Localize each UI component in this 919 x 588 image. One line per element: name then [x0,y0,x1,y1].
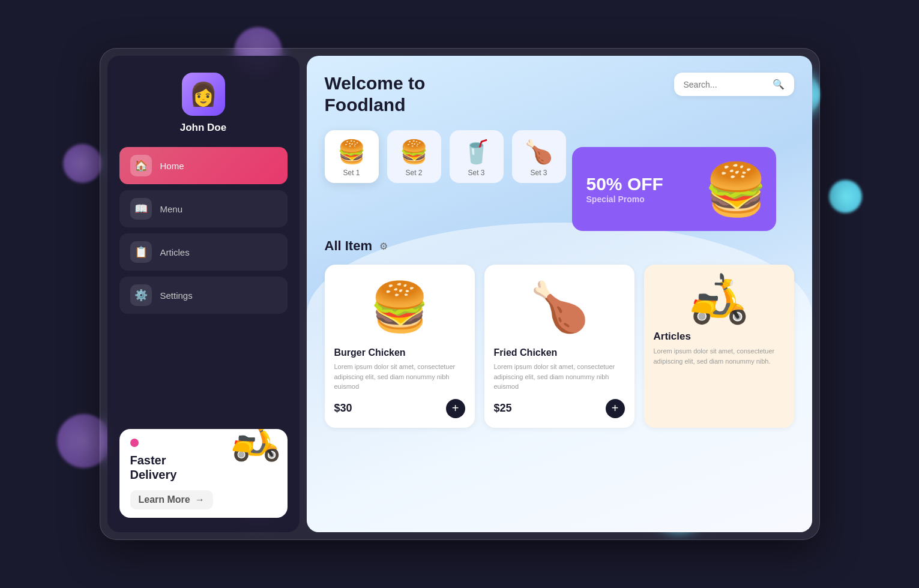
add-burger-chicken-button[interactable]: + [446,399,465,418]
learn-more-label: Learn More [139,494,190,505]
fried-chicken-desc: Lorem ipsum dolor sit amet, consectetuer… [494,362,625,392]
section-header: All Item ⚙ [325,238,794,254]
food-card-fried-chicken: 🍗 Fried Chicken Lorem ipsum dolor sit am… [484,265,634,428]
articles-card-title: Articles [654,331,785,343]
category-set2[interactable]: 🍔 Set 2 [387,130,441,183]
fried-chicken-image: 🍗 [494,274,625,340]
sidebar-item-menu[interactable]: 📖 Menu [119,190,288,227]
category-set4-label: Set 3 [530,169,547,177]
delivery-rider-emoji: 🛵 [231,429,282,459]
promo-label: Special Promo [586,194,663,204]
section-title: All Item [325,238,372,254]
items-grid: 🍔 Burger Chicken Lorem ipsum dolor sit a… [325,265,794,428]
fried-chicken-price: $25 [494,402,512,415]
sidebar-item-home[interactable]: 🏠 Home [119,147,288,184]
sidebar-item-home-label: Home [160,161,184,171]
search-icon: 🔍 [773,79,785,90]
filter-icon[interactable]: ⚙ [379,241,388,252]
burger-chicken-name: Burger Chicken [334,347,465,358]
sidebar-item-settings[interactable]: ⚙️ Settings [119,277,288,314]
category-set1-label: Set 1 [343,169,360,177]
category-set3-label: Set 3 [468,169,484,177]
delivery-dot [130,439,139,447]
add-fried-chicken-button[interactable]: + [606,399,625,418]
burger-chicken-emoji: 🍔 [370,283,430,331]
welcome-title: Welcome toFoodland [325,73,426,116]
burger-chicken-desc: Lorem ipsum dolor sit amet, consectetuer… [334,362,465,392]
category-set4[interactable]: 🍗 Set 3 [512,130,566,183]
avatar-emoji: 👩 [189,83,217,106]
food-card-burger-chicken: 🍔 Burger Chicken Lorem ipsum dolor sit a… [325,265,475,428]
categories-section: 🍔 Set 1 🍔 Set 2 🥤 Set 3 🍗 Set 3 [325,130,566,183]
nav-menu: 🏠 Home 📖 Menu 📋 Articles ⚙️ Settings [119,147,288,314]
sidebar: 👩 John Doe 🏠 Home 📖 Menu 📋 Articles ⚙️ S… [107,56,300,532]
promo-burger-emoji: 🍔 [704,164,768,215]
search-input[interactable] [684,80,768,89]
promo-text: 50% OFF Special Promo [586,174,663,204]
burger-chicken-footer: $30 + [334,399,465,418]
avatar: 👩 [182,73,225,116]
main-content: Welcome toFoodland 🔍 🍔 Set 1 🍔 Set 2 [307,56,812,532]
home-icon: 🏠 [130,155,152,176]
promo-discount: 50% OFF [586,174,663,194]
category-set4-emoji: 🍗 [525,139,553,165]
fried-chicken-footer: $25 + [494,399,625,418]
delivery-card: 🛵 FasterDelivery Learn More → [119,429,288,518]
sidebar-item-articles-label: Articles [160,247,190,257]
bg-blob-purple-left [63,144,102,183]
category-set3-emoji: 🥤 [462,139,490,165]
settings-icon: ⚙️ [130,284,152,306]
articles-card: 🛵 Articles Lorem ipsum dolor sit amet, c… [644,265,794,428]
arrow-icon: → [195,494,205,505]
articles-rider-emoji: 🛵 [689,274,749,322]
fried-chicken-emoji: 🍗 [529,283,589,331]
sidebar-item-settings-label: Settings [160,290,193,301]
user-name: John Doe [180,122,226,134]
main-header: Welcome toFoodland 🔍 [325,73,794,116]
category-set3[interactable]: 🥤 Set 3 [450,130,504,183]
promo-banner: 50% OFF Special Promo 🍔 [572,147,776,231]
top-area: 🍔 Set 1 🍔 Set 2 🥤 Set 3 🍗 Set 3 [325,130,794,226]
bg-blob-blue-right [829,180,862,213]
category-set2-emoji: 🍔 [400,139,428,165]
sidebar-item-menu-label: Menu [160,204,183,214]
app-container: 👩 John Doe 🏠 Home 📖 Menu 📋 Articles ⚙️ S… [100,48,820,540]
burger-chicken-image: 🍔 [334,274,465,340]
category-set2-label: Set 2 [405,169,422,177]
articles-icon: 📋 [130,241,152,263]
category-set1-emoji: 🍔 [337,139,366,165]
learn-more-button[interactable]: Learn More → [130,490,213,509]
fried-chicken-name: Fried Chicken [494,347,625,358]
burger-chicken-price: $30 [334,402,352,415]
category-set1[interactable]: 🍔 Set 1 [325,130,379,183]
sidebar-item-articles[interactable]: 📋 Articles [119,233,288,271]
menu-icon: 📖 [130,198,152,220]
search-bar: 🔍 [674,73,794,96]
articles-card-desc: Lorem ipsum dolor sit amet, consectetuer… [654,346,785,366]
